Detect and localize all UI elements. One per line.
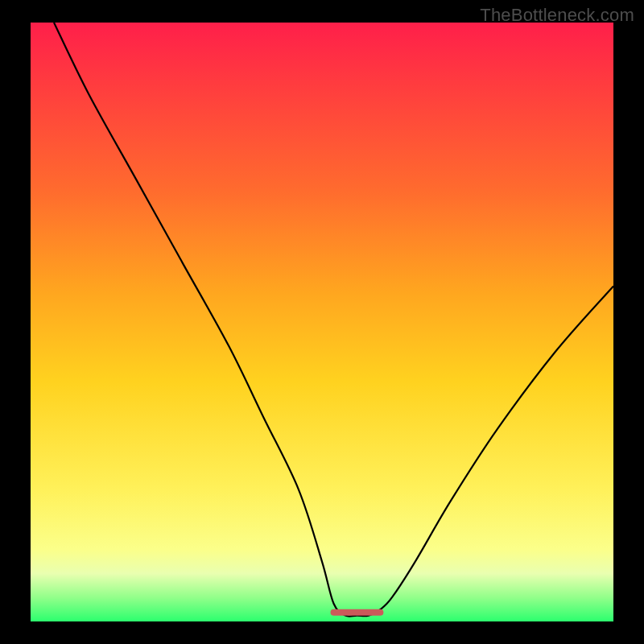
plot-area [31, 23, 613, 621]
bottleneck-curve-path [54, 23, 613, 617]
curve-svg [31, 23, 613, 621]
chart-frame: TheBottleneck.com [0, 0, 644, 644]
